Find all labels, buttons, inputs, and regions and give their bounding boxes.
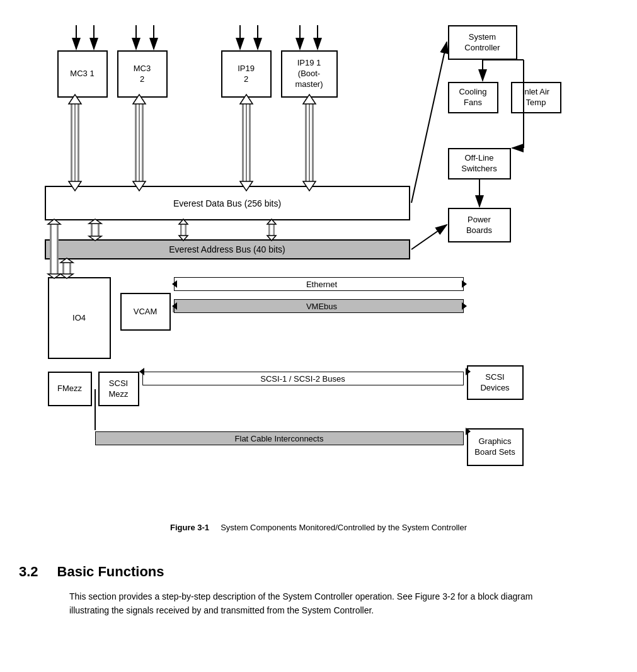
scsi-mezz-block: SCSIMezz	[98, 372, 139, 406]
power-boards-block: PowerBoards	[448, 208, 511, 242]
system-controller-block: SystemController	[448, 25, 517, 60]
svg-line-48	[411, 42, 447, 203]
mc3-1-block: MC3 1	[57, 50, 108, 98]
ip19-2-block: IP192	[221, 50, 272, 98]
fmezz-block: FMezz	[48, 372, 92, 406]
vmebus: VMEbus	[174, 299, 464, 313]
inlet-air-block: Inlet AirTemp	[511, 82, 561, 113]
section-heading: 3.2 Basic Functions	[19, 564, 618, 580]
ip19-1-block: IP19 1(Boot-master)	[281, 50, 338, 98]
section-body: This section provides a step-by-step des…	[69, 589, 561, 618]
scsi-devices-block: SCSIDevices	[467, 365, 524, 400]
section-title: Basic Functions	[57, 564, 164, 580]
vcam-block: VCAM	[120, 293, 171, 331]
system-diagram: MC3 1 MC32 IP192 IP19 1(Boot-master) Sys…	[20, 13, 618, 516]
graphics-board-sets-block: GraphicsBoard Sets	[467, 428, 524, 466]
section-number: 3.2	[19, 564, 38, 580]
data-bus-block: Everest Data Bus (256 bits)	[45, 186, 410, 220]
scsi-bus: SCSI-1 / SCSI-2 Buses	[142, 372, 464, 385]
cooling-fans-block: CoolingFans	[448, 82, 498, 113]
figure-label: Figure 3-1	[170, 523, 209, 532]
figure-caption: Figure 3-1 System Components Monitored/C…	[19, 523, 618, 532]
io4-block: IO4	[48, 277, 111, 359]
svg-line-55	[411, 225, 447, 249]
addr-bus-block: Everest Address Bus (40 bits)	[45, 239, 410, 259]
ethernet-bus: Ethernet	[174, 277, 464, 291]
offline-switchers-block: Off-LineSwitchers	[448, 148, 511, 179]
mc3-2-block: MC32	[117, 50, 168, 98]
flat-cable-bus: Flat Cable Interconnects	[95, 431, 464, 445]
figure-title: System Components Monitored/Controlled b…	[221, 523, 467, 532]
